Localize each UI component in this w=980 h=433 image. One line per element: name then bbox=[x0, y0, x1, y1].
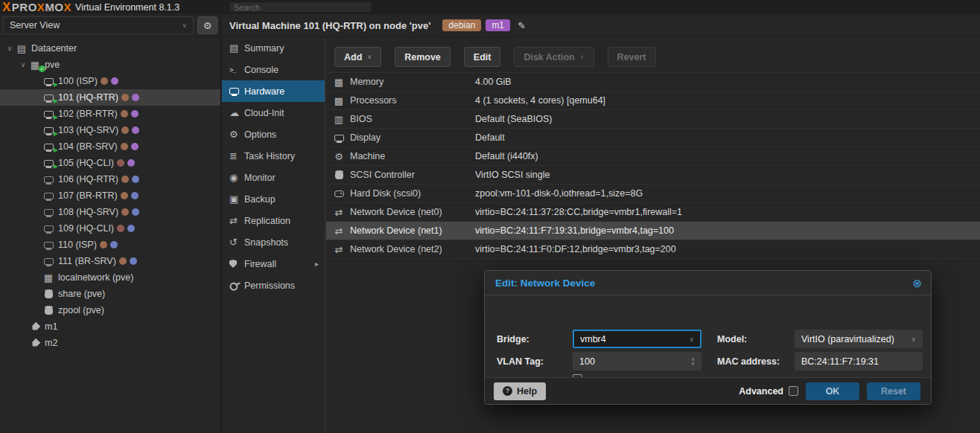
task-history-icon: ≣ bbox=[229, 151, 244, 161]
search-input[interactable] bbox=[229, 1, 372, 13]
question-icon: ? bbox=[503, 386, 512, 396]
tree-item-pve[interactable]: ∨▦✓pve bbox=[0, 57, 220, 73]
menu-item-task-history[interactable]: ≣Task History bbox=[222, 145, 325, 167]
tag-dot bbox=[121, 94, 129, 101]
tree-item-111-br-srv-[interactable]: 111 (BR-SRV) bbox=[0, 253, 220, 269]
tree-item-m1[interactable]: m1 bbox=[0, 318, 220, 335]
expander-icon[interactable]: ∨ bbox=[4, 45, 15, 52]
menu-item-replication[interactable]: ⇄Replication bbox=[222, 210, 325, 231]
help-button[interactable]: ? Help bbox=[494, 382, 546, 400]
advanced-checkbox[interactable] bbox=[789, 386, 798, 396]
edit-button[interactable]: Edit bbox=[464, 47, 501, 67]
vm-icon bbox=[42, 242, 55, 248]
chevron-down-icon[interactable]: ∨ bbox=[689, 336, 694, 343]
menu-item-label: Task History bbox=[244, 151, 295, 161]
hardware-row-network-device-net0-[interactable]: ⇄Network Device (net0)virtio=BC:24:11:37… bbox=[326, 203, 980, 222]
tree-item-localnetwork-pve-[interactable]: ▦localnetwork (pve) bbox=[0, 269, 220, 286]
tree-item-101-hq-rtr-[interactable]: ▶101 (HQ-RTR) bbox=[0, 89, 220, 106]
vm-icon: ▶ bbox=[42, 160, 55, 167]
hardware-row-value: virtio=BC:24:11:F7:19:31,bridge=vmbr4,ta… bbox=[475, 225, 674, 236]
spinner-arrows-icon[interactable]: ∧∨ bbox=[691, 357, 695, 366]
tree-item-datacenter[interactable]: ∨▤Datacenter bbox=[0, 40, 220, 57]
hardware-row-display[interactable]: DisplayDefault bbox=[326, 129, 980, 147]
hardware-table: ▦Memory4.00 GiB▩Processors4 (1 sockets, … bbox=[326, 72, 980, 259]
remove-button[interactable]: Remove bbox=[395, 47, 451, 67]
ok-button[interactable]: OK bbox=[806, 382, 859, 400]
vlan-tag-spinner[interactable]: 100 ∧∨ bbox=[573, 352, 701, 371]
vm-icon bbox=[42, 193, 55, 199]
tree-item-109-hq-cli-[interactable]: 109 (HQ-CLI) bbox=[0, 220, 220, 237]
model-combo[interactable]: VirtIO (paravirtualized) ∨ bbox=[795, 330, 923, 348]
tag-dot bbox=[117, 159, 124, 167]
hardware-row-machine[interactable]: ⚙MachineDefault (i440fx) bbox=[326, 147, 980, 166]
menu-item-label: Firewall bbox=[244, 259, 276, 269]
close-icon[interactable]: ⊗ bbox=[912, 278, 922, 289]
menu-item-hardware[interactable]: Hardware bbox=[222, 80, 325, 102]
menu-item-backup[interactable]: ▣Backup bbox=[222, 188, 325, 210]
tree-item-zpool-pve-[interactable]: zpool (pve) bbox=[0, 302, 220, 318]
tree-item-103-hq-srv-[interactable]: ▶103 (HQ-SRV) bbox=[0, 122, 220, 138]
hardware-row-processors[interactable]: ▩Processors4 (1 sockets, 4 cores) [qemu6… bbox=[326, 92, 980, 110]
network-device-icon: ⇄ bbox=[332, 208, 346, 217]
chevron-down-icon: ∨ bbox=[367, 54, 372, 60]
expander-icon[interactable]: ∨ bbox=[18, 61, 28, 68]
hardware-row-memory[interactable]: ▦Memory4.00 GiB bbox=[326, 73, 980, 92]
hardware-row-network-device-net1-[interactable]: ⇄Network Device (net1)virtio=BC:24:11:F7… bbox=[326, 222, 980, 240]
dialog-header[interactable]: Edit: Network Device ⊗ bbox=[485, 271, 931, 295]
tag-dot bbox=[121, 192, 128, 199]
hardware-row-label: Machine bbox=[350, 151, 475, 161]
menu-item-monitor[interactable]: ◉Monitor bbox=[222, 167, 325, 188]
tree-item-107-br-rtr-[interactable]: 107 (BR-RTR) bbox=[0, 187, 220, 204]
version-label: Virtual Environment 8.1.3 bbox=[75, 2, 179, 13]
vm-config-menu: ▤Summary>_ConsoleHardware☁Cloud-Init⚙Opt… bbox=[222, 37, 325, 433]
mac-address-field[interactable]: BC:24:11:F7:19:31 bbox=[795, 352, 923, 371]
toolbar-button-label: Remove bbox=[404, 52, 441, 62]
tree-item-label: 110 (ISP) bbox=[58, 240, 97, 250]
menu-item-summary[interactable]: ▤Summary bbox=[222, 37, 325, 59]
tree-item-106-hq-rtr-[interactable]: 106 (HQ-RTR) bbox=[0, 171, 220, 187]
tree-item-110-isp-[interactable]: 110 (ISP) bbox=[0, 237, 220, 253]
hardware-row-network-device-net2-[interactable]: ⇄Network Device (net2)virtio=BC:24:11:F0… bbox=[326, 240, 980, 259]
bridge-combo[interactable]: vmbr4 ∨ bbox=[573, 330, 701, 348]
menu-item-permissions[interactable]: Permissions bbox=[222, 275, 325, 296]
tag-icon bbox=[28, 324, 42, 330]
menu-item-cloud-init[interactable]: ☁Cloud-Init bbox=[222, 102, 325, 124]
hardware-row-label: Hard Disk (scsi0) bbox=[350, 188, 475, 199]
proxmox-logo: X PROXMOX bbox=[2, 1, 71, 13]
vm-icon bbox=[42, 258, 55, 265]
tree-item-label: m1 bbox=[45, 321, 57, 332]
tag-dot bbox=[100, 241, 107, 248]
tree-item-104-br-srv-[interactable]: ▶104 (BR-SRV) bbox=[0, 138, 220, 155]
menu-item-snapshots[interactable]: ↺Snapshots bbox=[222, 231, 325, 253]
menu-item-options[interactable]: ⚙Options bbox=[222, 124, 325, 145]
view-selector-dropdown[interactable]: Server View ∨ bbox=[3, 16, 194, 34]
toolbar-button-label: Edit bbox=[474, 52, 491, 62]
hardware-row-hard-disk-scsi0-[interactable]: Hard Disk (scsi0)zpool:vm-101-disk-0,iot… bbox=[326, 185, 980, 203]
edit-network-device-dialog: Edit: Network Device ⊗ Bridge: vmbr4 ∨ M… bbox=[484, 270, 932, 405]
bios-icon: ▥ bbox=[332, 115, 346, 124]
storage-icon bbox=[42, 289, 55, 298]
tree-item-label: 106 (HQ-RTR) bbox=[58, 174, 118, 185]
tree-item-m2[interactable]: m2 bbox=[0, 335, 220, 351]
storage-icon bbox=[42, 306, 55, 315]
menu-item-console[interactable]: >_Console bbox=[222, 59, 325, 80]
tree-item-share-pve-[interactable]: share (pve) bbox=[0, 286, 220, 302]
tree-settings-button[interactable]: ⚙ bbox=[197, 16, 217, 34]
tree-item-label: 103 (HQ-SRV) bbox=[58, 125, 118, 135]
menu-item-firewall[interactable]: Firewall▸ bbox=[222, 253, 325, 275]
tree-item-105-hq-cli-[interactable]: ▶105 (HQ-CLI) bbox=[0, 155, 220, 171]
vlan-tag-label: VLAN Tag: bbox=[497, 356, 544, 367]
tree-item-100-isp-[interactable]: ▶100 (ISP) bbox=[0, 73, 220, 89]
hardware-row-scsi-controller[interactable]: SCSI ControllerVirtIO SCSI single bbox=[326, 166, 980, 185]
tree-item-102-br-rtr-[interactable]: ▶102 (BR-RTR) bbox=[0, 106, 220, 122]
advanced-toggle[interactable]: Advanced bbox=[739, 386, 798, 397]
reset-button[interactable]: Reset bbox=[867, 382, 920, 400]
add-button[interactable]: Add∨ bbox=[334, 47, 381, 67]
chevron-down-icon[interactable]: ∨ bbox=[911, 336, 916, 343]
memory-icon: ▦ bbox=[332, 77, 346, 87]
tag-dot bbox=[132, 208, 139, 216]
hardware-row-bios[interactable]: ▥BIOSDefault (SeaBIOS) bbox=[326, 110, 980, 129]
edit-tags-pencil-icon[interactable]: ✎ bbox=[518, 20, 526, 31]
permissions-icon bbox=[229, 282, 244, 289]
tree-item-108-hq-srv-[interactable]: 108 (HQ-SRV) bbox=[0, 204, 220, 220]
